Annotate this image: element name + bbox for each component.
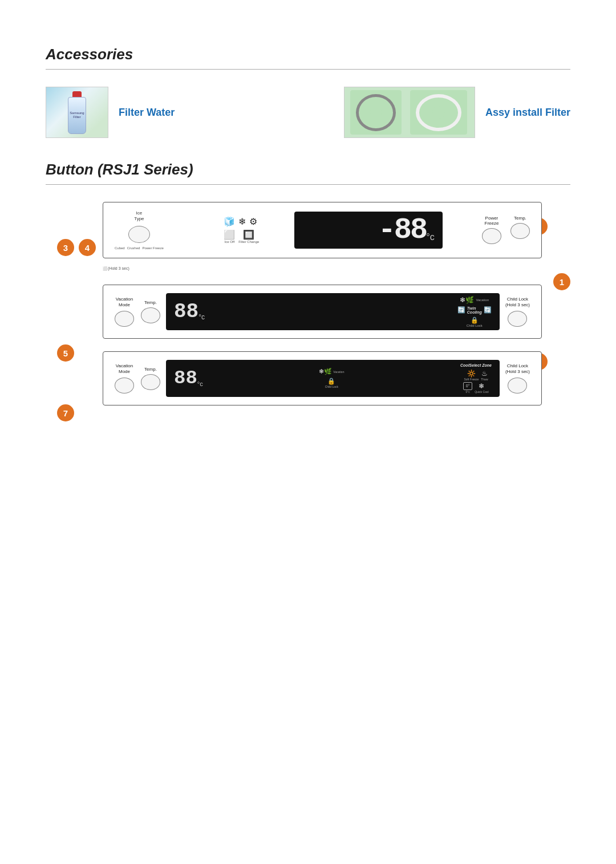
temp-label-fridge1: Temp. (144, 300, 157, 305)
fridge2-celsius: °c (197, 380, 203, 387)
cubed-ice-icon: 🧊 (224, 216, 235, 227)
filter-water-image: SamsungFilter (46, 87, 108, 138)
crushed-ice-icon: ❄ (238, 216, 246, 227)
zero-c-label: 0°c (466, 390, 470, 394)
thaw-label: Thaw (481, 378, 488, 381)
zero-c-btn-icon: 0° (463, 382, 472, 390)
child-lock-btn-2[interactable] (508, 378, 527, 394)
vacation-mode-label-1: VacationMode (116, 297, 133, 309)
soft-freeze-label: Soft Freeze (464, 378, 479, 381)
fridge1-num-display: 88 (174, 300, 198, 323)
child-lock-icon-2: 🔒 (327, 378, 335, 385)
freezer-temp-display: -88 (378, 213, 427, 247)
temp-right-label: Temp. (514, 216, 526, 221)
coolselect-zone-label: CoolSelect Zone (460, 363, 492, 367)
child-lock-right-label-2: Child Lock(Hold 3 sec) (505, 363, 530, 375)
vacation-mode-btn-1[interactable] (115, 311, 134, 327)
vacation-icon-1: ❄🌿 (460, 296, 474, 304)
num-circle-7: 7 (57, 404, 74, 421)
hold-3sec-label: ⬜(Hold 3 sec) (103, 262, 542, 272)
temp-label-fridge2: Temp. (144, 367, 157, 372)
filter-water-item: SamsungFilter Filter Water (46, 87, 175, 138)
num-circle-3: 3 (57, 239, 74, 256)
filter-water-label: Filter Water (119, 107, 175, 119)
quick-cool-label: Quick Cool (475, 390, 488, 394)
main-content: Accessories SamsungFilter Filter Water (46, 46, 570, 405)
hold-3sec-text: ⬜(Hold 3 sec) (103, 266, 129, 270)
assy-filter-item: Assy install Filter (344, 87, 570, 138)
freezer-panel: IceType Cubed Crushed Power Freeze (103, 202, 542, 258)
freezer-display: -88 °c (294, 212, 443, 249)
ice-cubed-label: Cubed (115, 246, 125, 250)
thaw-icon: ♨ (481, 370, 488, 378)
child-lock-btn-1[interactable] (508, 311, 527, 327)
vacation-mode-label-2: VacationMode (116, 363, 133, 375)
child-lock-icon-1: 🔒 (471, 317, 479, 324)
fridge2-num-display: 88 (174, 367, 197, 389)
temp-btn-freezer[interactable] (510, 223, 530, 239)
vacation-mode-btn-2[interactable] (115, 378, 134, 394)
ice-type-btn[interactable] (128, 226, 150, 243)
num-circle-5: 5 (57, 344, 74, 362)
power-freeze-right-label: PowerFreeze (485, 216, 499, 226)
fridge2-display: 88 °c ❄🌿 Vacation 🔒 (166, 360, 500, 397)
freezer-celsius: °c (426, 232, 434, 242)
temp-btn-fridge1[interactable] (141, 307, 160, 323)
button-section: Button (RSJ1 Series) 3 4 1 2 5 6 7 (46, 161, 570, 405)
filter-change-icon: 🔲 (243, 229, 254, 240)
fridge1-celsius: °c (198, 313, 205, 321)
accessories-divider (46, 69, 570, 70)
vacation-icon-2: ❄🌿 (319, 368, 332, 375)
zero-c-text: 0° (466, 384, 470, 388)
twin-cooling-icon2: 🔄 (484, 306, 492, 314)
ice-off-icon: ⬜ (224, 229, 235, 240)
child-lock-right-label-1: Child Lock(Hold 3 sec) (505, 297, 530, 309)
button-section-title: Button (RSJ1 Series) (46, 161, 570, 179)
fridge1-display: 88 °c ❄🌿 Vacation (166, 293, 500, 330)
power-freeze-btn[interactable] (482, 228, 501, 244)
power-freeze-icon: ⚙ (249, 216, 257, 227)
quick-cool-icon: ❄ (479, 382, 484, 390)
panels-container: IceType Cubed Crushed Power Freeze (103, 202, 542, 405)
child-lock-sub-2: Child Lock (325, 385, 338, 388)
temp-btn-fridge2[interactable] (141, 374, 160, 390)
num-circle-1: 1 (553, 273, 570, 290)
button-section-divider (46, 184, 570, 185)
assy-filter-label: Assy install Filter (485, 107, 570, 119)
filter-change-label: Filter Change (238, 240, 259, 244)
fridge-panel-1: VacationMode Temp. (103, 285, 542, 339)
accessories-section: Accessories SamsungFilter Filter Water (46, 46, 570, 138)
accessories-row: SamsungFilter Filter Water (46, 87, 570, 138)
ice-off-label: Ice Off (225, 240, 235, 244)
accessories-title: Accessories (46, 46, 570, 63)
assy-filter-image (344, 87, 475, 138)
vacation-sub-label-2: Vacation (333, 370, 344, 374)
panels-outer: 3 4 1 2 5 6 7 IceType (46, 202, 570, 405)
num-circle-4: 4 (79, 239, 96, 256)
power-freeze-left-label: Power Freeze (142, 246, 163, 250)
vacation-sub-label-1: Vacation (476, 298, 489, 302)
twin-cooling-label: TwinCooling (467, 306, 482, 314)
ice-type-label: IceType (134, 210, 144, 222)
twin-cooling-icon: 🔄 (457, 306, 465, 314)
soft-freeze-icon: 🔆 (467, 370, 476, 378)
child-lock-sub-1: Child Lock (467, 324, 483, 327)
ice-crushed-label: Crushed (127, 246, 140, 250)
fridge-panel-2: VacationMode Temp. 88 (103, 351, 542, 405)
